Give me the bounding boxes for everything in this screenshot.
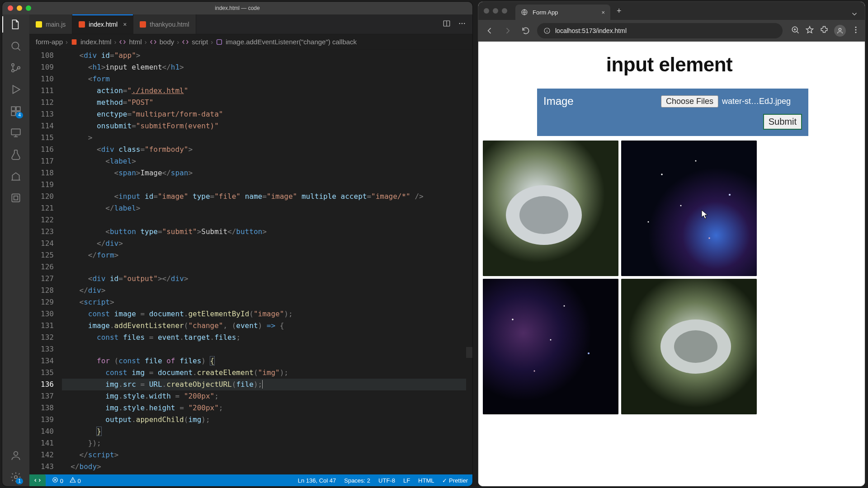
extensions-puzzle-icon[interactable] bbox=[820, 25, 829, 36]
remote-indicator[interactable] bbox=[29, 474, 46, 486]
reload-button[interactable] bbox=[519, 24, 533, 38]
preview-image bbox=[621, 279, 757, 414]
html-file-icon bbox=[140, 21, 146, 28]
status-errors[interactable]: 0 bbox=[52, 477, 63, 484]
extensions-badge: 4 bbox=[16, 112, 23, 118]
svg-point-26 bbox=[855, 32, 857, 33]
tab-main-js[interactable]: main.js bbox=[29, 14, 72, 34]
svg-rect-18 bbox=[217, 39, 222, 44]
more-actions-icon[interactable] bbox=[458, 19, 466, 29]
svg-rect-6 bbox=[11, 112, 15, 116]
tab-thankyou-html[interactable]: thankyou.html bbox=[133, 14, 196, 34]
svg-point-33 bbox=[729, 194, 731, 196]
svg-point-31 bbox=[661, 174, 663, 175]
page-viewport[interactable]: input element Image Choose Files water-s… bbox=[478, 42, 865, 486]
address-bar[interactable]: localhost:5173/index.html bbox=[537, 23, 783, 38]
svg-rect-8 bbox=[11, 129, 20, 135]
svg-point-41 bbox=[534, 371, 535, 372]
tab-close-icon[interactable]: × bbox=[123, 21, 127, 28]
tab-index-html[interactable]: index.html × bbox=[72, 14, 133, 34]
tab-overflow-icon[interactable] bbox=[844, 10, 865, 20]
svg-rect-5 bbox=[16, 107, 20, 111]
search-icon[interactable] bbox=[9, 40, 22, 52]
tab-label: index.html bbox=[89, 21, 118, 28]
svg-point-39 bbox=[564, 305, 565, 307]
mac-min-icon[interactable] bbox=[493, 8, 498, 14]
status-eol[interactable]: LF bbox=[403, 477, 410, 484]
kebab-menu-icon[interactable] bbox=[851, 25, 860, 36]
crumb[interactable]: body bbox=[160, 38, 175, 46]
form-body: Image Choose Files water-st…EdJ.jpeg Sub… bbox=[537, 89, 808, 136]
activity-bar: 4 bbox=[2, 14, 29, 486]
settings-gear-icon[interactable]: 1 bbox=[9, 471, 22, 483]
svg-point-15 bbox=[462, 23, 462, 23]
status-spaces[interactable]: Spaces: 2 bbox=[344, 477, 370, 484]
mac-close-icon[interactable] bbox=[484, 8, 489, 14]
mac-zoom-icon[interactable] bbox=[502, 8, 507, 14]
crumb[interactable]: form-app bbox=[36, 38, 63, 46]
svg-rect-10 bbox=[14, 196, 18, 200]
status-bar: 0 0 Ln 136, Col 47 Spaces: 2 UTF-8 LF HT… bbox=[29, 474, 472, 486]
svg-point-11 bbox=[14, 451, 18, 455]
testing-icon[interactable] bbox=[9, 148, 22, 161]
crumb[interactable]: index.html bbox=[80, 38, 111, 46]
zoom-icon[interactable] bbox=[791, 25, 800, 36]
vscode-window: index.html — code bbox=[2, 2, 472, 486]
vscode-titlebar[interactable]: index.html — code bbox=[2, 2, 472, 14]
status-lang[interactable]: HTML bbox=[418, 477, 434, 484]
crumb[interactable]: script bbox=[192, 38, 208, 46]
account-icon[interactable] bbox=[9, 449, 22, 462]
live-share-icon[interactable] bbox=[9, 170, 22, 183]
svg-rect-17 bbox=[72, 39, 77, 45]
code-content[interactable]: <div id="app"> <h1>input element</h1> <f… bbox=[62, 50, 472, 474]
minimap[interactable] bbox=[466, 50, 472, 474]
preview-image bbox=[621, 141, 757, 276]
breadcrumb[interactable]: form-app› index.html› html› body› script… bbox=[29, 34, 472, 50]
tab-close-icon[interactable]: × bbox=[601, 9, 605, 16]
status-encoding[interactable]: UTF-8 bbox=[378, 477, 395, 484]
file-input[interactable]: Choose Files water-st…EdJ.jpeg bbox=[661, 95, 791, 108]
extensions-icon[interactable]: 4 bbox=[9, 105, 22, 117]
mac-close-icon[interactable] bbox=[8, 5, 13, 11]
status-prettier[interactable]: ✓ Prettier bbox=[442, 477, 468, 484]
status-lncol[interactable]: Ln 136, Col 47 bbox=[298, 477, 336, 484]
bookmarks-icon[interactable] bbox=[9, 192, 22, 204]
status-warnings[interactable]: 0 bbox=[70, 477, 81, 484]
browser-tab[interactable]: Form App × bbox=[515, 5, 610, 20]
mac-min-icon[interactable] bbox=[17, 5, 22, 11]
tab-label: thankyou.html bbox=[150, 21, 189, 28]
choose-files-button[interactable]: Choose Files bbox=[661, 95, 718, 108]
svg-point-35 bbox=[708, 237, 710, 239]
run-debug-icon[interactable] bbox=[9, 83, 22, 96]
source-control-icon[interactable] bbox=[9, 61, 22, 74]
vscode-window-title: index.html — code bbox=[2, 5, 472, 11]
js-file-icon bbox=[36, 21, 42, 28]
settings-badge: 1 bbox=[16, 478, 23, 484]
back-button[interactable] bbox=[483, 24, 496, 38]
svg-point-14 bbox=[459, 23, 460, 23]
split-editor-icon[interactable] bbox=[443, 19, 451, 29]
remote-explorer-icon[interactable] bbox=[9, 127, 22, 139]
image-output bbox=[483, 141, 856, 414]
forward-button[interactable] bbox=[501, 24, 514, 38]
submit-button[interactable]: Submit bbox=[763, 114, 802, 130]
field-label-image: Image bbox=[543, 95, 652, 108]
crumb[interactable]: html bbox=[129, 38, 142, 46]
svg-point-25 bbox=[855, 29, 857, 31]
svg-point-40 bbox=[588, 352, 590, 354]
preview-image bbox=[483, 141, 618, 276]
bookmark-star-icon[interactable] bbox=[805, 25, 814, 36]
explorer-icon[interactable] bbox=[9, 18, 22, 31]
crumb[interactable]: image.addEventListener("change") callbac… bbox=[226, 38, 357, 46]
svg-point-29 bbox=[519, 196, 568, 234]
code-editor[interactable]: 1081091101111121131141151161171181191201… bbox=[29, 50, 472, 474]
svg-rect-30 bbox=[621, 141, 757, 276]
svg-rect-37 bbox=[483, 279, 618, 414]
site-info-icon[interactable] bbox=[543, 27, 551, 34]
mac-zoom-icon[interactable] bbox=[26, 5, 31, 11]
minimap-thumb[interactable] bbox=[466, 347, 472, 358]
profile-avatar-icon[interactable] bbox=[834, 25, 846, 37]
new-tab-button[interactable]: + bbox=[610, 6, 628, 16]
selected-file-text: water-st…EdJ.jpeg bbox=[722, 97, 791, 106]
page-title: input element bbox=[483, 53, 856, 76]
